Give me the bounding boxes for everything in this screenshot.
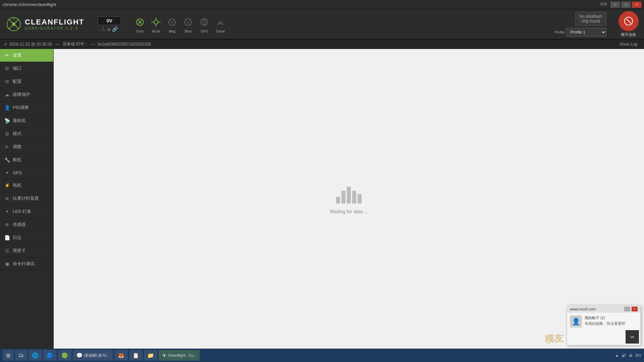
- svg-line-20: [626, 19, 631, 23]
- bar-1: [336, 197, 340, 203]
- taskbar-app-cleanflight[interactable]: ✈ Cleanflight - Co...: [159, 350, 200, 361]
- sidebar-item-servos[interactable]: 🔧 舵机: [0, 154, 53, 167]
- sidebar-item-adjust[interactable]: ⊪ 调整: [0, 140, 53, 154]
- sidebar-item-receiver[interactable]: 📡 接收机: [0, 114, 53, 127]
- fox-icon: 🦊: [118, 352, 124, 359]
- led-icon: ✦: [4, 209, 10, 214]
- start-button[interactable]: ⊞: [3, 350, 14, 361]
- sidebar-item-timer[interactable]: ⊕ 比赛计时装置: [0, 192, 53, 205]
- setup-icon: ✏: [4, 53, 10, 58]
- browser-icon: 🌐: [32, 352, 39, 359]
- accel-label: Accel: [152, 29, 160, 33]
- popup-text-area: 我的帖子 (1) 有朋的提醒，快去看看吧: [585, 315, 625, 326]
- blackbox-label: 黑匣子: [13, 248, 26, 254]
- connect-label: 断开连接: [621, 32, 636, 37]
- timer-label: 比赛计时装置: [13, 195, 39, 201]
- popup-close-button[interactable]: ×: [632, 307, 638, 311]
- adjust-label: 调整: [13, 144, 21, 150]
- popup-minimize-button[interactable]: ─: [624, 307, 630, 311]
- notification-popup: www.moz8.com ─ × 👤 我的帖子 (1) 有朋的提醒，快去看看吧 …: [567, 305, 641, 345]
- sensor-baro[interactable]: B Baro: [181, 15, 195, 33]
- cli-label: 命令行调试: [13, 261, 35, 267]
- modes-label: 模式: [13, 131, 21, 137]
- sensor-sonar[interactable]: Sonar: [214, 15, 227, 33]
- config-icon: ⚙: [4, 79, 10, 84]
- profile-select[interactable]: Profile 1 Profile 2 Profile 3: [566, 28, 606, 37]
- sensor-gyro[interactable]: Gyro: [133, 15, 147, 33]
- gps-label: GPS: [201, 29, 208, 33]
- taskbar-right: ▲ 🔊 🖧 201: [615, 353, 641, 358]
- logo-sub: CONFIGURATOR 1.2.3: [25, 26, 84, 30]
- logo-icon: ⊕ CLEANFLIGHT CONFIGURATOR 1.2.3: [5, 16, 84, 33]
- sonar-icon-wrap: [214, 15, 227, 29]
- sidebar-item-config[interactable]: ⚙ 配置: [0, 75, 53, 88]
- sidebar-item-blackbox[interactable]: ☰ 黑匣子: [0, 244, 53, 257]
- taskbar-app-green[interactable]: 🟢: [58, 350, 71, 361]
- sensor-mag[interactable]: M Mag: [165, 15, 179, 33]
- adjust-icon: ⊪: [4, 144, 10, 149]
- volume-icon: 🔊: [622, 353, 626, 358]
- close-button[interactable]: ×: [632, 2, 641, 8]
- svg-point-8: [139, 21, 141, 23]
- cli-icon: ▣: [4, 261, 10, 266]
- device-id-separator: —: [91, 42, 95, 47]
- status-bar: ✔ 2016-11-22 @ 20:35:26 — 设备端-ID号： — 0x2…: [0, 40, 644, 49]
- titlebar: chrome://chrome/cleanflight 关闭 ─ □ ×: [0, 0, 644, 9]
- taskbar-app-browser[interactable]: 🌐: [29, 350, 42, 361]
- mag-icon: M: [167, 17, 177, 27]
- sidebar-item-gps[interactable]: ✦ GPS: [0, 167, 53, 179]
- logo-svg: ⊕: [5, 16, 22, 33]
- taskbar-time: 201: [635, 353, 641, 357]
- dataflash-status: No dataflash chip found: [575, 12, 606, 26]
- sidebar-item-ports[interactable]: ⊞ 端口: [0, 62, 53, 75]
- failsafe-icon: ☁: [4, 92, 10, 97]
- taskbar-app-folder[interactable]: 📁: [144, 350, 157, 361]
- main-content: Waiting for data ...: [54, 49, 644, 352]
- chat-icon: 💬: [76, 352, 83, 359]
- clipboard-icon: 📋: [132, 352, 139, 359]
- waiting-text: Waiting for data ...: [330, 209, 368, 214]
- sidebar-item-modes[interactable]: ⊞ 模式: [0, 127, 53, 140]
- taskbar-app-fox[interactable]: 🦊: [114, 350, 128, 361]
- sidebar-item-led[interactable]: ✦ LED 灯条: [0, 205, 53, 218]
- sensors-label: 传感器: [13, 222, 26, 228]
- maximize-button[interactable]: □: [621, 2, 631, 8]
- sensor-accel[interactable]: Accel: [149, 15, 163, 33]
- sidebar-item-setup[interactable]: ✏ 设置: [0, 49, 53, 62]
- blackbox-icon: ☰: [4, 248, 10, 253]
- sonar-icon: [215, 17, 226, 27]
- files-icon: 🗂: [18, 352, 24, 358]
- failsafe-label: 故障保护: [13, 92, 30, 98]
- voltage-area: 0V ⚠ ◈ 🔗: [98, 16, 121, 32]
- sidebar-item-cli[interactable]: ▣ 命令行调试: [0, 257, 53, 270]
- show-log-button[interactable]: Show Log: [617, 41, 640, 48]
- ports-icon: ⊞: [4, 66, 10, 71]
- connect-icon: [619, 11, 639, 31]
- gps-nav-label: GPS: [13, 170, 22, 175]
- dataflash-area: No dataflash chip found Profile Profile …: [554, 12, 606, 37]
- sidebar-item-failsafe[interactable]: ☁ 故障保护: [0, 88, 53, 101]
- taskbar-app-chat[interactable]: 💬 [新提醒] 参与/...: [73, 350, 113, 361]
- green-app-icon: 🟢: [61, 352, 68, 359]
- popup-content-text: 有朋的提醒，快去看看吧: [585, 321, 625, 326]
- svg-point-9: [154, 20, 158, 24]
- sidebar-item-pid[interactable]: 👤 PID调整: [0, 101, 53, 114]
- status-bar-left: ✔ 2016-11-22 @ 20:35:26 — 设备端-ID号： — 0x2…: [4, 41, 151, 47]
- taskbar-app-files[interactable]: 🗂: [15, 350, 27, 361]
- taskbar-app-ie[interactable]: 🔵: [43, 350, 57, 361]
- sidebar-item-motor[interactable]: ⚡ 电机: [0, 179, 53, 192]
- sensor-gps[interactable]: GPS: [198, 15, 211, 33]
- header: ⊕ CLEANFLIGHT CONFIGURATOR 1.2.3 0V ⚠ ◈ …: [0, 9, 644, 40]
- taskbar-app-clipboard[interactable]: 📋: [129, 350, 143, 361]
- minimize-button[interactable]: ─: [610, 2, 620, 8]
- mag-icon-wrap: M: [165, 15, 179, 29]
- sidebar-item-sensors[interactable]: ⊕ 传感器: [0, 218, 53, 231]
- popup-url: www.moz8.com: [570, 307, 596, 311]
- bar-5: [358, 194, 362, 203]
- receiver-icon: 📡: [4, 118, 10, 123]
- network-icon: 🖧: [629, 353, 633, 357]
- gyro-icon-wrap: [133, 15, 147, 29]
- connect-button[interactable]: 断开连接: [619, 11, 639, 37]
- sidebar-item-log[interactable]: 📄 日志: [0, 231, 53, 244]
- accel-icon: [151, 17, 161, 27]
